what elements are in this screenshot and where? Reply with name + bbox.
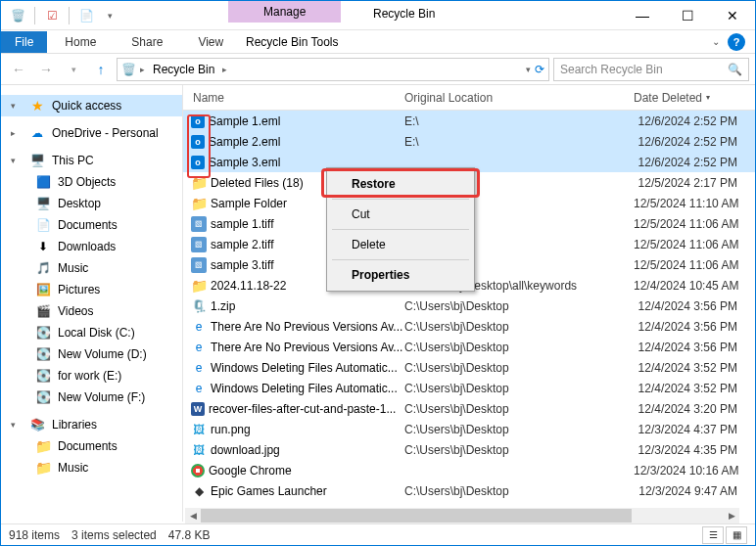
search-placeholder: Search Recycle Bin: [560, 63, 663, 76]
sidebar-item[interactable]: 📁Music: [1, 457, 182, 478]
sidebar-item[interactable]: 📁Documents: [1, 435, 182, 457]
sidebar-item-label: New Volume (F:): [58, 390, 145, 404]
file-location: C:\Users\bj\Desktop: [404, 423, 634, 436]
search-icon: 🔍: [728, 63, 742, 76]
file-name: sample 1.tiff: [211, 217, 273, 231]
file-row[interactable]: 🖼run.pngC:\Users\bj\Desktop12/3/2024 4:3…: [183, 419, 755, 439]
file-name: Deleted Files (18): [211, 176, 304, 190]
file-date: 12/5/2024 2:17 PM: [634, 176, 739, 190]
sidebar-item[interactable]: 🟦3D Objects: [1, 171, 182, 193]
context-menu-cut[interactable]: Cut: [330, 202, 471, 227]
file-row[interactable]: Google Chrome12/3/2024 10:16 AM: [183, 460, 755, 480]
breadcrumb[interactable]: Recycle Bin: [149, 63, 218, 76]
sidebar-item-label: New Volume (D:): [58, 347, 147, 361]
sidebar-libraries[interactable]: ▾📚Libraries: [1, 414, 182, 435]
image-file-icon: ▧: [191, 216, 207, 232]
outlook-icon: o: [191, 114, 205, 128]
sidebar-item[interactable]: ⬇Downloads: [1, 236, 182, 257]
qat-new-folder-icon[interactable]: 📄: [75, 5, 97, 26]
file-row[interactable]: ◆Epic Games LauncherC:\Users\bj\Desktop1…: [183, 480, 755, 501]
sidebar-item-label: Desktop: [58, 197, 101, 210]
file-row[interactable]: 🗜️1.zipC:\Users\bj\Desktop12/4/2024 3:56…: [183, 296, 755, 316]
ribbon-collapse-icon[interactable]: ⌄: [712, 36, 720, 47]
file-row[interactable]: eThere Are No Previous Versions Av...C:\…: [183, 337, 755, 357]
address-dropdown-icon[interactable]: ▾: [526, 65, 531, 74]
folder-icon: 📄: [34, 216, 52, 234]
outlook-icon: o: [191, 135, 205, 149]
tab-home[interactable]: Home: [47, 31, 114, 53]
maximize-button[interactable]: ☐: [665, 1, 710, 30]
file-date: 12/4/2024 10:45 AM: [634, 279, 739, 293]
horizontal-scrollbar[interactable]: ◀ ▶: [185, 508, 739, 523]
tab-share[interactable]: Share: [114, 31, 180, 53]
sidebar-item[interactable]: 💽for work (E:): [1, 365, 182, 387]
ribbon-tabs: File Home Share View Recycle Bin Tools ⌄…: [1, 30, 755, 54]
file-row[interactable]: Wrecover-files-after-cut-and-paste-1...C…: [183, 398, 755, 419]
forward-button[interactable]: →: [34, 58, 58, 81]
context-menu-delete[interactable]: Delete: [330, 232, 471, 257]
refresh-icon[interactable]: ⟳: [535, 63, 544, 76]
context-menu-properties[interactable]: Properties: [330, 262, 471, 288]
close-button[interactable]: ✕: [710, 1, 755, 30]
sidebar-item[interactable]: 🖥️Desktop: [1, 193, 182, 214]
column-header-date-deleted[interactable]: Date Deleted▾: [634, 91, 739, 105]
sidebar-quick-access[interactable]: ▾★Quick access: [1, 95, 182, 116]
column-header-name[interactable]: Name: [183, 91, 404, 105]
sidebar-item[interactable]: 🖼️Pictures: [1, 279, 182, 300]
sidebar-item-label: Quick access: [52, 99, 121, 113]
address-bar[interactable]: 🗑️ ▸ Recycle Bin ▸ ▾ ⟳: [117, 58, 549, 81]
sidebar-item[interactable]: 🎵Music: [1, 257, 182, 279]
sidebar-item-label: Pictures: [58, 283, 100, 296]
file-location: C:\Users\bj\Desktop: [404, 341, 634, 354]
folder-icon: 🎵: [34, 259, 52, 277]
file-row[interactable]: eThere Are No Previous Versions Av...C:\…: [183, 316, 755, 337]
tab-recycle-bin-tools[interactable]: Recycle Bin Tools: [232, 31, 353, 53]
file-row[interactable]: 🖼download.jpgC:\Users\bj\Desktop12/3/202…: [183, 439, 755, 460]
sidebar-item-label: OneDrive - Personal: [52, 126, 159, 140]
context-menu-restore[interactable]: Restore: [330, 171, 471, 197]
chevron-right-icon[interactable]: ▸: [140, 65, 145, 74]
up-button[interactable]: ↑: [89, 58, 113, 81]
ie-icon: e: [191, 360, 207, 376]
file-name: recover-files-after-cut-and-paste-1...: [209, 402, 396, 416]
image-file-icon: ▧: [191, 237, 207, 252]
scroll-left-icon[interactable]: ◀: [185, 508, 201, 523]
sidebar-item[interactable]: 💽New Volume (D:): [1, 343, 182, 365]
sidebar-item[interactable]: 📄Documents: [1, 214, 182, 236]
file-date: 12/5/2024 11:06 AM: [634, 217, 739, 231]
star-icon: ★: [28, 97, 46, 114]
view-details-button[interactable]: ☰: [702, 526, 724, 544]
ribbon-context-tab[interactable]: Manage: [228, 1, 341, 23]
column-header-original-location[interactable]: Original Location: [404, 91, 634, 105]
file-row[interactable]: oSample 1.emlE:\12/6/2024 2:52 PM: [183, 111, 755, 131]
sidebar-item[interactable]: 🎬Videos: [1, 300, 182, 322]
file-row[interactable]: eWindows Deleting Files Automatic...C:\U…: [183, 357, 755, 378]
sidebar-item-label: Documents: [58, 439, 118, 453]
file-row[interactable]: oSample 2.emlE:\12/6/2024 2:52 PM: [183, 131, 755, 152]
sidebar-item[interactable]: 💽Local Disk (C:): [1, 322, 182, 343]
window-title: Recycle Bin: [373, 7, 435, 21]
view-thumbnails-button[interactable]: ▦: [726, 526, 747, 544]
chevron-right-icon[interactable]: ▸: [222, 65, 227, 74]
recent-dropdown[interactable]: ▾: [62, 58, 85, 81]
sidebar-onedrive[interactable]: ▸☁OneDrive - Personal: [1, 122, 182, 144]
file-name: sample 3.tiff: [211, 258, 273, 272]
image-file-icon: 🖼: [191, 442, 207, 458]
file-location: E:\: [404, 114, 634, 128]
back-button[interactable]: ←: [7, 58, 30, 81]
file-date: 12/4/2024 3:20 PM: [634, 402, 739, 416]
tab-file[interactable]: File: [1, 31, 47, 53]
search-input[interactable]: Search Recycle Bin 🔍: [553, 58, 749, 81]
sidebar-item[interactable]: 💽New Volume (F:): [1, 387, 182, 408]
minimize-button[interactable]: —: [620, 1, 665, 30]
scrollbar-thumb[interactable]: [201, 509, 632, 523]
qat-properties-icon[interactable]: ☑: [41, 5, 63, 26]
scroll-right-icon[interactable]: ▶: [724, 508, 739, 523]
qat-dropdown-icon[interactable]: ▾: [99, 5, 120, 26]
libraries-icon: 📚: [28, 416, 46, 433]
file-date: 12/4/2024 3:56 PM: [634, 299, 739, 313]
file-row[interactable]: eWindows Deleting Files Automatic...C:\U…: [183, 378, 755, 398]
help-icon[interactable]: ?: [728, 33, 745, 51]
sidebar-this-pc[interactable]: ▾🖥️This PC: [1, 150, 182, 171]
file-date: 12/4/2024 3:52 PM: [634, 382, 739, 395]
